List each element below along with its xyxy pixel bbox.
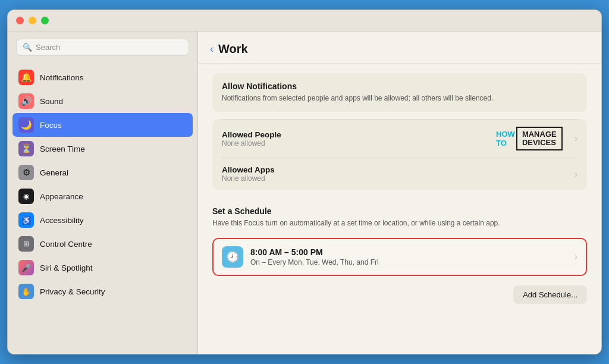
main-window: 🔍 Search 🔔 Notifications 🔊 Sound 🌙 Focus — [7, 10, 602, 354]
screentime-icon: ⏳ — [18, 141, 34, 156]
accessibility-icon: ♿ — [18, 212, 34, 228]
allow-notifications-section: Allow Notifications Notifications from s… — [212, 73, 587, 112]
main-content: Allow Notifications Notifications from s… — [198, 64, 601, 313]
allowed-people-title: Allowed People — [222, 130, 496, 139]
sidebar-label-focus: Focus — [40, 121, 62, 130]
allowed-people-subtitle: None allowed — [222, 139, 496, 148]
sidebar-item-privacy[interactable]: ✋ Privacy & Security — [12, 280, 193, 303]
focus-icon: 🌙 — [18, 117, 34, 133]
allowed-apps-row[interactable]: Allowed Apps None allowed › — [222, 158, 577, 190]
allow-notifications-desc: Notifications from selected people and a… — [222, 93, 577, 103]
schedule-description: Have this Focus turn on automatically at… — [212, 218, 587, 228]
sidebar-label-sound: Sound — [40, 97, 63, 106]
sidebar-label-notifications: Notifications — [40, 73, 84, 82]
sidebar-item-accessibility[interactable]: ♿ Accessibility — [12, 208, 193, 232]
sidebar-item-screentime[interactable]: ⏳ Screen Time — [12, 137, 193, 161]
allowed-section: Allowed People None allowed HOWTO MANAGE… — [212, 119, 587, 190]
allowed-apps-subtitle: None allowed — [222, 174, 567, 183]
general-icon: ⚙ — [18, 165, 34, 180]
sidebar: 🔍 Search 🔔 Notifications 🔊 Sound 🌙 Focus — [8, 32, 198, 354]
schedule-section: Set a Schedule Have this Focus turn on a… — [212, 206, 587, 304]
main-header: ‹ Work — [198, 32, 601, 64]
page-title: Work — [218, 42, 248, 56]
sound-icon: 🔊 — [18, 93, 34, 109]
sidebar-list: 🔔 Notifications 🔊 Sound 🌙 Focus ⏳ Screen… — [8, 63, 197, 354]
search-placeholder: Search — [36, 43, 60, 52]
sidebar-item-siri[interactable]: 🎤 Siri & Spotlight — [12, 256, 193, 280]
back-button[interactable]: ‹ — [210, 43, 214, 55]
watermark-manage-devices: MANAGE DEVICES — [516, 127, 563, 151]
sidebar-label-screentime: Screen Time — [40, 145, 85, 153]
schedule-clock-icon-container: 🕗 — [222, 246, 243, 268]
watermark-manage-text: MANAGE — [522, 130, 557, 139]
watermark: HOWTO MANAGE DEVICES — [496, 127, 563, 151]
schedule-header: Set a Schedule Have this Focus turn on a… — [212, 206, 587, 228]
schedule-chevron: › — [575, 252, 577, 262]
schedule-days: On – Every Mon, Tue, Wed, Thu, and Fri — [250, 258, 560, 266]
sidebar-item-sound[interactable]: 🔊 Sound — [12, 89, 193, 113]
watermark-devices-text: DEVICES — [522, 139, 556, 147]
clock-icon: 🕗 — [226, 250, 239, 263]
sidebar-item-controlcentre[interactable]: ⊞ Control Centre — [12, 232, 193, 256]
watermark-how: HOWTO — [496, 130, 515, 148]
sidebar-item-notifications[interactable]: 🔔 Notifications — [12, 65, 193, 89]
controlcentre-icon: ⊞ — [18, 236, 34, 252]
allowed-apps-title: Allowed Apps — [222, 165, 567, 174]
allowed-people-text: Allowed People None allowed — [222, 130, 496, 148]
schedule-item[interactable]: 🕗 8:00 AM – 5:00 PM On – Every Mon, Tue,… — [212, 238, 587, 276]
sidebar-label-controlcentre: Control Centre — [40, 240, 92, 249]
minimize-button[interactable] — [29, 17, 36, 24]
allow-notifications-title: Allow Notifications — [222, 81, 577, 91]
search-icon: 🔍 — [23, 43, 32, 52]
appearance-icon: ◉ — [18, 189, 34, 204]
sidebar-label-appearance: Appearance — [40, 192, 83, 201]
schedule-title: Set a Schedule — [212, 206, 587, 216]
close-button[interactable] — [16, 17, 24, 24]
sidebar-label-general: General — [40, 168, 68, 177]
sidebar-label-privacy: Privacy & Security — [40, 287, 105, 296]
sidebar-item-appearance[interactable]: ◉ Appearance — [12, 184, 193, 208]
sidebar-label-accessibility: Accessibility — [40, 216, 84, 225]
maximize-button[interactable] — [41, 17, 49, 24]
schedule-time: 8:00 AM – 5:00 PM — [250, 247, 560, 257]
titlebar — [8, 10, 601, 32]
allowed-people-row[interactable]: Allowed People None allowed HOWTO MANAGE… — [222, 119, 577, 158]
main-panel: ‹ Work Allow Notifications Notifications… — [198, 32, 601, 354]
allowed-apps-chevron: › — [575, 169, 577, 180]
allowed-people-chevron: › — [575, 133, 577, 144]
sidebar-item-general[interactable]: ⚙ General — [12, 161, 193, 184]
sidebar-label-siri: Siri & Spotlight — [40, 263, 93, 272]
content-area: 🔍 Search 🔔 Notifications 🔊 Sound 🌙 Focus — [8, 32, 601, 354]
notifications-icon: 🔔 — [18, 70, 34, 85]
siri-icon: 🎤 — [18, 260, 34, 275]
sidebar-item-focus[interactable]: 🌙 Focus — [12, 113, 193, 137]
allowed-apps-text: Allowed Apps None allowed — [222, 165, 567, 183]
search-bar[interactable]: 🔍 Search — [16, 39, 189, 56]
privacy-icon: ✋ — [18, 284, 34, 299]
schedule-item-text: 8:00 AM – 5:00 PM On – Every Mon, Tue, W… — [250, 247, 560, 266]
add-schedule-button[interactable]: Add Schedule... — [513, 285, 587, 304]
